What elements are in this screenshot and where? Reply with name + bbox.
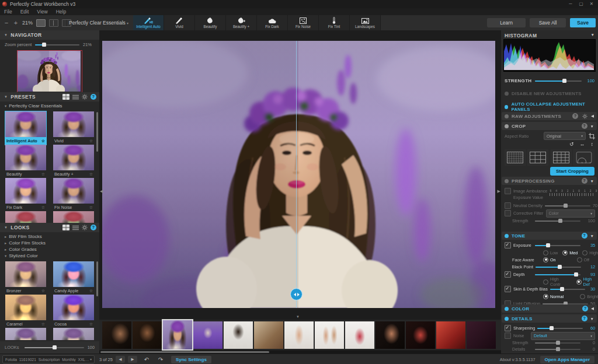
look-partial[interactable] xyxy=(5,328,46,340)
toolbar-preset-beautify-plus[interactable]: Beautify + xyxy=(226,15,257,30)
toolbar-preset-landscapes[interactable]: Landscapes xyxy=(350,15,381,30)
filmstrip-thumb[interactable] xyxy=(406,321,435,349)
neutral-density-checkbox[interactable] xyxy=(505,202,511,209)
preset-intelligent-auto[interactable]: Intelligent Auto☆ xyxy=(5,111,46,145)
navigator-thumbnail[interactable] xyxy=(17,50,82,93)
next-image-button[interactable]: ▶ xyxy=(128,356,137,363)
help-icon[interactable]: ? xyxy=(582,306,588,312)
star-icon[interactable]: ☆ xyxy=(89,139,93,144)
zoom-percent-slider[interactable] xyxy=(35,43,79,47)
star-icon[interactable]: ☆ xyxy=(89,289,93,293)
skin-depth-bias-checkbox[interactable] xyxy=(505,286,511,292)
image-ambulance-checkbox[interactable] xyxy=(505,188,511,194)
preset-beautify[interactable]: Beautify☆ xyxy=(5,145,46,178)
help-icon[interactable]: ? xyxy=(91,94,96,100)
looks-header[interactable]: ▼ LOOKS ? xyxy=(0,223,99,232)
gear-icon[interactable] xyxy=(581,113,588,119)
presets-group-row[interactable]: ▾ Perfectly Clear Essentials xyxy=(0,103,62,108)
noise-checkbox[interactable] xyxy=(505,332,511,339)
look-caramel[interactable]: Caramel☆ xyxy=(5,295,46,328)
toolbar-preset-fix-noise[interactable]: Fix Noise xyxy=(288,15,319,30)
sync-settings-button[interactable]: Sync Settings xyxy=(171,356,211,363)
toolbar-preset-fix-tint[interactable]: Fix Tint xyxy=(319,15,350,30)
flip-vertical-icon[interactable]: ↕ xyxy=(591,141,594,147)
learn-button[interactable]: Learn xyxy=(487,18,526,27)
help-icon[interactable]: ? xyxy=(572,113,578,119)
high-contrast-radio[interactable] xyxy=(543,279,548,285)
toolbar-preset-fix-dark[interactable]: Fix Dark xyxy=(257,15,288,30)
flip-horizontal-icon[interactable]: ↔ xyxy=(580,141,585,147)
star-icon[interactable]: ☆ xyxy=(41,139,45,144)
gear-icon[interactable] xyxy=(81,225,88,230)
neutral-density-slider[interactable] xyxy=(545,204,590,208)
exposure-slider[interactable] xyxy=(535,243,580,248)
collapse-right-panel-arrow[interactable]: ▶ xyxy=(498,189,500,194)
filmstrip-thumb[interactable] xyxy=(133,321,162,349)
start-cropping-button[interactable]: Start Cropping xyxy=(550,167,594,176)
filmstrip-thumb[interactable] xyxy=(102,321,131,349)
color-header[interactable]: COLOR ? ◀ xyxy=(502,304,597,313)
about-version[interactable]: About v:3.5.5.1137 xyxy=(500,357,536,362)
tone-header[interactable]: TONE ? ▼ xyxy=(502,232,597,240)
face-aware-on-radio[interactable] xyxy=(543,257,548,262)
collapse-icon[interactable]: ▼ xyxy=(590,124,594,128)
depth-slider[interactable] xyxy=(535,272,580,277)
looks-group-colorfilm[interactable]: ▸Color Film Stocks xyxy=(0,240,46,246)
strength-slider[interactable] xyxy=(535,79,582,83)
noise-dropdown[interactable]: Default ▾ xyxy=(531,332,595,340)
rotate-icon[interactable]: ↺ xyxy=(569,141,574,147)
exposure-low-radio[interactable] xyxy=(543,250,548,256)
histogram-collapse-icon[interactable]: ▼ xyxy=(591,33,594,37)
auto-collapse-toggle[interactable]: AUTO COLLAPSE ADJUSTMENT PANELS xyxy=(505,102,598,112)
close-button[interactable]: ✕ xyxy=(586,0,597,8)
corrective-filter-dropdown[interactable]: Color ▾ xyxy=(546,209,596,218)
maximize-button[interactable]: ▢ xyxy=(576,0,586,8)
crop-grid-spiral-button[interactable] xyxy=(573,149,594,166)
filmstrip-thumb[interactable] xyxy=(376,321,405,349)
redo-button[interactable]: ↷ xyxy=(156,356,165,363)
crop-header[interactable]: CROP ? ▼ xyxy=(502,122,597,130)
normal-radio[interactable] xyxy=(543,294,548,299)
high-def-radio[interactable] xyxy=(576,279,582,285)
gear-icon[interactable] xyxy=(81,94,88,100)
preset-fix-noise[interactable]: Fix Noise☆ xyxy=(53,178,94,211)
collapse-icon[interactable]: ▼ xyxy=(590,317,594,321)
main-photo[interactable] xyxy=(102,41,495,308)
filmstrip-thumb[interactable] xyxy=(193,321,222,349)
filmstrip-thumb[interactable] xyxy=(284,321,314,349)
crop-icon[interactable] xyxy=(588,133,595,139)
previous-image-button[interactable]: ◀ xyxy=(116,356,125,363)
noise-details-slider[interactable] xyxy=(535,347,580,352)
face-aware-off-radio[interactable] xyxy=(577,257,582,262)
list-view-icon[interactable] xyxy=(72,94,79,100)
save-button[interactable]: Save xyxy=(570,18,596,27)
filmstrip-thumb[interactable] xyxy=(467,321,496,349)
collapse-left-panel-arrow[interactable]: ◀ xyxy=(100,189,103,194)
star-icon[interactable]: ☆ xyxy=(41,322,45,327)
toolbar-preset-beautify[interactable]: Beautify xyxy=(195,15,226,30)
depth-checkbox[interactable] xyxy=(505,271,511,278)
help-icon[interactable]: ? xyxy=(582,316,587,321)
grid-view-icon[interactable] xyxy=(62,94,69,100)
crop-grid-thirds-button[interactable] xyxy=(527,149,548,166)
grid-view-icon[interactable] xyxy=(62,225,69,230)
crop-grid-dense-button[interactable] xyxy=(551,149,572,166)
aspect-ratio-dropdown[interactable]: Original ▾ xyxy=(544,132,586,140)
looks-scrollbar[interactable] xyxy=(96,261,98,296)
collapse-icon[interactable]: ▼ xyxy=(590,179,594,183)
preprocessing-strength-slider[interactable] xyxy=(535,219,580,223)
preset-vivid[interactable]: Vivid☆ xyxy=(53,111,94,145)
zoom-out-button[interactable]: − xyxy=(4,19,9,26)
split-handle[interactable] xyxy=(290,288,303,300)
help-icon[interactable]: ? xyxy=(91,225,96,230)
menu-file[interactable]: File xyxy=(0,9,16,15)
filmstrip-thumb[interactable] xyxy=(436,321,465,349)
menu-help[interactable]: Help xyxy=(52,9,70,15)
look-partial[interactable] xyxy=(53,328,94,340)
navigator-header[interactable]: ▼ NAVIGATOR xyxy=(0,30,99,40)
star-icon[interactable]: ☆ xyxy=(89,205,93,210)
help-icon[interactable]: ? xyxy=(582,233,587,239)
looks-strength-slider[interactable] xyxy=(25,345,84,350)
skin-depth-bias-slider[interactable] xyxy=(550,287,585,292)
undo-button[interactable]: ↶ xyxy=(142,356,151,363)
